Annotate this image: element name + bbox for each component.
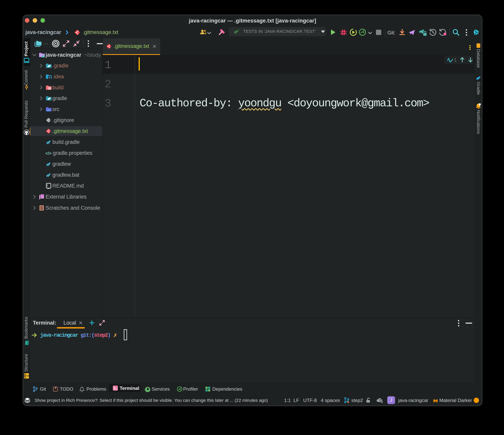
svg-text:</>: </> — [47, 109, 50, 112]
svg-text:</>: </> — [45, 151, 52, 156]
svg-text:IJ: IJ — [49, 77, 50, 79]
svg-text:?: ? — [379, 399, 381, 402]
svg-text:A: A — [447, 57, 450, 62]
